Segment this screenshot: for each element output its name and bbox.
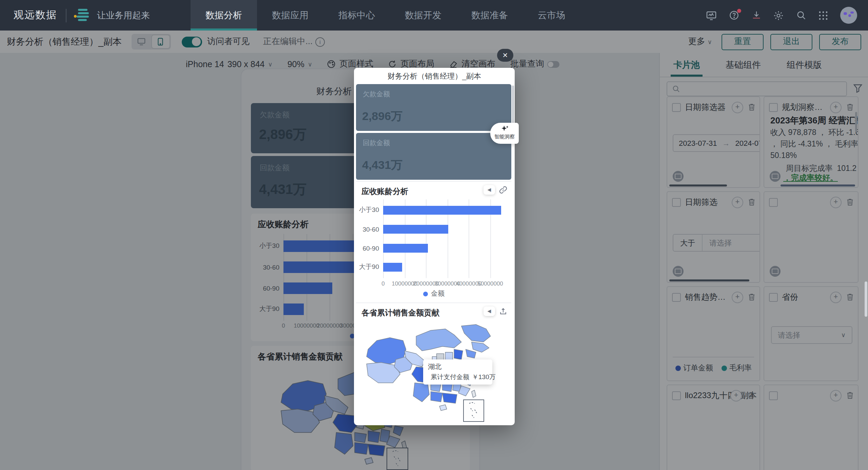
kpi-label: 欠款金额 (363, 90, 390, 99)
nav-item-cloud-market[interactable]: 云市场 (523, 0, 580, 31)
link-icon[interactable] (499, 186, 507, 194)
notification-badge (737, 8, 741, 13)
collapse-left-icon[interactable]: ◀ (484, 307, 495, 316)
bar[interactable] (383, 206, 501, 215)
bar[interactable] (383, 263, 402, 272)
download-icon[interactable] (751, 10, 762, 21)
modal-title: 财务分析（销售经理）_副本 (354, 68, 515, 83)
south-china-sea-inset (463, 399, 484, 422)
map-tooltip: 湖北 累计支付金额 ￥130万 (423, 359, 492, 385)
apps-grid-icon[interactable] (818, 10, 829, 21)
export-icon[interactable] (499, 307, 507, 315)
legend-dot (423, 291, 428, 296)
kpi-card-repayment[interactable]: 回款金额 4,431万 (356, 133, 511, 180)
sparkle-icon (500, 125, 509, 133)
card-corner-icons: ◀ (484, 185, 507, 195)
settings-gear-icon[interactable] (773, 10, 784, 21)
chart-title: 各省累计销售金额贡献 (361, 308, 439, 318)
bar-plot: 小于30 30-60 60-90 大于90 (383, 199, 502, 278)
brand-area: 观远数据 让业务用起来 (0, 0, 150, 31)
aging-chart-card[interactable]: 应收账龄分析 ◀ 小于30 30-60 60-90 (356, 181, 511, 302)
brand-divider (66, 8, 66, 22)
search-icon[interactable] (795, 10, 806, 21)
user-avatar[interactable] (840, 7, 857, 24)
kpi-label: 回款金额 (363, 138, 390, 148)
nav-item-metric-center[interactable]: 指标中心 (323, 0, 390, 31)
map-card[interactable]: 各省累计销售金额贡献 ◀ (356, 302, 511, 425)
sidebar-scrollbar[interactable] (865, 281, 867, 317)
chart-title: 应收账龄分析 (361, 187, 408, 197)
chart-legend: 金额 (356, 289, 511, 298)
kpi-card-debt[interactable]: 欠款金额 2,896万 (356, 84, 511, 131)
monitor-activity-icon[interactable] (706, 10, 717, 21)
main-nav: 数据分析 数据应用 指标中心 数据开发 数据准备 云市场 (191, 0, 580, 31)
bar[interactable] (383, 225, 449, 234)
guandata-editor: 观远数据 让业务用起来 数据分析 数据应用 指标中心 数据开发 数据准备 云市场 (0, 0, 868, 470)
mobile-preview-modal: 财务分析（销售经理）_副本 欠款金额 2,896万 回款金额 4,431万 应收… (354, 68, 515, 425)
smart-insight-button[interactable]: 智能洞察 (490, 123, 519, 144)
nav-item-data-apps[interactable]: 数据应用 (257, 0, 323, 31)
nav-item-data-dev[interactable]: 数据开发 (390, 0, 456, 31)
x-axis: 0 10000000 20000000 30000000 40000000 50… (383, 280, 502, 288)
tooltip-province: 湖北 (428, 362, 488, 372)
screenshot-stage: 观远数据 让业务用起来 数据分析 数据应用 指标中心 数据开发 数据准备 云市场 (0, 0, 868, 470)
brand-tagline: 让业务用起来 (97, 9, 150, 21)
help-icon[interactable] (728, 10, 739, 21)
collapse-left-icon[interactable]: ◀ (484, 185, 495, 195)
brand-name: 观远数据 (14, 9, 57, 22)
card-corner-icons: ◀ (484, 307, 507, 316)
nav-item-data-prep[interactable]: 数据准备 (456, 0, 523, 31)
modal-scrollbar[interactable] (512, 85, 514, 125)
nav-item-data-analysis[interactable]: 数据分析 (191, 0, 257, 31)
guandata-logo-icon (75, 8, 90, 23)
close-icon[interactable]: ✕ (497, 49, 513, 62)
kpi-value: 4,431万 (362, 157, 402, 173)
top-navbar: 观远数据 让业务用起来 数据分析 数据应用 指标中心 数据开发 数据准备 云市场 (0, 0, 868, 31)
navbar-actions (706, 0, 868, 31)
bar[interactable] (383, 244, 428, 253)
kpi-value: 2,896万 (362, 109, 402, 124)
